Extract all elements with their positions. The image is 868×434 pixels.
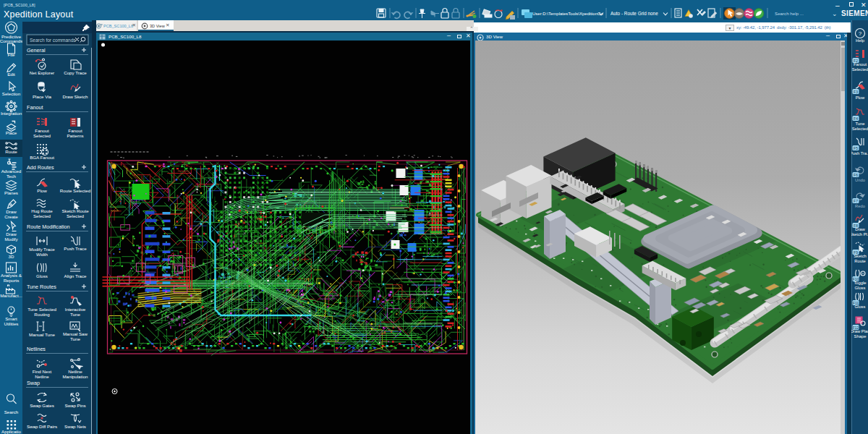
svg-text:Selected: Selected: [852, 127, 868, 131]
svg-text:Swap: Swap: [27, 380, 40, 386]
svg-text:Commands: Commands: [0, 38, 22, 43]
svg-text:Sketch Route: Sketch Route: [61, 208, 89, 213]
svg-text:Smart: Smart: [5, 316, 17, 321]
svg-text:Swap Diff Pairs: Swap Diff Pairs: [27, 424, 57, 429]
svg-text:Tune: Tune: [70, 312, 80, 317]
svg-text:Tune Routes: Tune Routes: [27, 284, 56, 290]
svg-text:Push Trace: Push Trace: [64, 246, 87, 251]
svg-text:Draw: Draw: [855, 227, 865, 231]
svg-text:Fanout: Fanout: [68, 128, 82, 133]
svg-text:Hug Route: Hug Route: [31, 208, 53, 213]
svg-text:Swap Pins: Swap Pins: [64, 403, 85, 408]
svg-text:Netline: Netline: [35, 374, 49, 379]
svg-text:Netline: Netline: [68, 369, 82, 374]
svg-text:Route Modification: Route Modification: [27, 224, 70, 230]
svg-text:Swap Gates: Swap Gates: [30, 403, 54, 408]
svg-text:Selection: Selection: [2, 91, 21, 96]
svg-text:F3: F3: [854, 90, 858, 94]
svg-text:Utilities: Utilities: [4, 321, 19, 326]
svg-text:Reports: Reports: [4, 278, 20, 283]
svg-text:Swap Nets: Swap Nets: [64, 424, 86, 429]
svg-text:Align Trace: Align Trace: [64, 273, 88, 278]
svg-text:Route Selected: Route Selected: [60, 188, 91, 193]
svg-text:Routing: Routing: [34, 312, 50, 317]
svg-text:Search: Search: [4, 409, 19, 414]
svg-text:Manual Tune: Manual Tune: [29, 332, 55, 337]
svg-text:File: File: [8, 52, 16, 57]
svg-text:Fanout: Fanout: [27, 104, 43, 111]
svg-text:?: ?: [859, 30, 862, 37]
svg-text:Planes: Planes: [4, 190, 18, 195]
svg-text:Create: Create: [4, 214, 18, 219]
svg-text:Plow: Plow: [37, 188, 47, 193]
svg-text:Selected: Selected: [67, 213, 85, 218]
svg-text:Edit: Edit: [7, 72, 15, 77]
svg-text:Tune: Tune: [70, 336, 80, 341]
svg-text:Gloss: Gloss: [855, 286, 866, 290]
svg-text:Netlines: Netlines: [27, 346, 46, 352]
svg-text:Fanout: Fanout: [35, 128, 49, 133]
svg-text:Help: Help: [856, 38, 864, 43]
svg-text:Undo: Undo: [855, 178, 865, 182]
svg-text:Redo: Redo: [855, 204, 865, 208]
svg-text:F6: F6: [854, 173, 858, 177]
svg-text:Add Routes: Add Routes: [27, 164, 54, 171]
svg-text:F7: F7: [854, 199, 858, 203]
svg-text:Applicatio: Applicatio: [1, 429, 21, 434]
svg-text:Sketch Pl...: Sketch Pl...: [851, 232, 868, 237]
svg-text:Patterns: Patterns: [67, 133, 83, 138]
svg-text:Analysis &: Analysis &: [1, 273, 22, 278]
svg-text:Gloss: Gloss: [36, 273, 48, 278]
svg-text:Modify: Modify: [4, 237, 18, 242]
svg-text:Tune Selected: Tune Selected: [27, 307, 56, 312]
svg-text:Selected: Selected: [33, 213, 51, 218]
svg-text:Plow: Plow: [856, 95, 865, 100]
svg-text:Place Via: Place Via: [33, 94, 52, 99]
svg-text:Shape: Shape: [854, 334, 867, 339]
svg-text:Manual Saw: Manual Saw: [63, 331, 88, 336]
svg-text:3D: 3D: [9, 254, 14, 259]
svg-text:Place: Place: [6, 130, 17, 135]
svg-text:Tech: Tech: [7, 174, 17, 179]
svg-text:Net Explorer: Net Explorer: [30, 70, 54, 75]
svg-text:Modify Trace: Modify Trace: [29, 247, 55, 252]
svg-text:BGA Fanout: BGA Fanout: [30, 155, 54, 160]
svg-text:Draw: Draw: [6, 209, 17, 214]
svg-text:Copy Trace: Copy Trace: [64, 70, 87, 75]
svg-text:Manipulation: Manipulation: [62, 374, 88, 379]
svg-text:Selected: Selected: [33, 133, 51, 138]
svg-text:Auto - Route Grid none: Auto - Route Grid none: [610, 11, 658, 16]
svg-text:Fanout: Fanout: [854, 62, 867, 67]
svg-text:Route: Route: [5, 149, 17, 154]
svg-text:Search help ...: Search help ...: [775, 11, 804, 16]
svg-text:Manufact...: Manufact...: [0, 293, 22, 298]
svg-text:Width: Width: [36, 252, 48, 257]
svg-text:Advanced: Advanced: [1, 169, 22, 174]
svg-text:F5: F5: [854, 146, 858, 150]
svg-text:Toggle: Toggle: [854, 281, 866, 285]
svg-text:F4: F4: [854, 116, 858, 121]
svg-text:Selected: Selected: [852, 67, 868, 72]
svg-text:Tune: Tune: [856, 122, 865, 126]
svg-text:Interactive: Interactive: [65, 307, 86, 312]
svg-text:Route: Route: [854, 259, 865, 263]
svg-text:Draw Plan: Draw Plan: [851, 329, 868, 333]
svg-text:Draw: Draw: [6, 231, 17, 237]
svg-text:General: General: [27, 47, 46, 54]
svg-text:User:D:\TemplatesTools\Xpediti: User:D:\TemplatesTools\XpeditionCo: [532, 12, 603, 16]
svg-text:Sketch: Sketch: [854, 254, 867, 258]
svg-text:Search for commands: Search for commands: [30, 38, 76, 43]
svg-text:Draw Sketch: Draw Sketch: [62, 94, 88, 99]
svg-text:Find Next: Find Next: [33, 369, 52, 374]
svg-text:Push Tra...: Push Tra...: [851, 151, 868, 156]
svg-text:Integration: Integration: [1, 111, 22, 116]
svg-text:Gloss: Gloss: [855, 305, 866, 309]
